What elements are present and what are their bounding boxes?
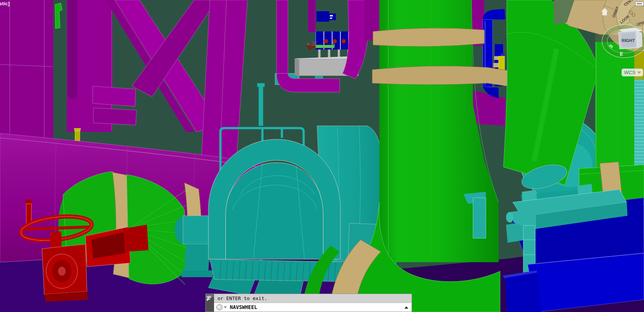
viewcube-side-face[interactable] [637,31,642,48]
ucs-selector[interactable]: WCS [622,69,643,76]
command-input-row[interactable]: NAVSWHEEL [214,303,412,312]
expand-history-icon[interactable] [404,306,408,309]
viewcube-face-label[interactable]: RIGHT [622,38,635,43]
command-icon[interactable] [216,304,223,311]
model-viewport-3d[interactable]: Z X [0,0,644,312]
command-rows: or ENTER to exit. NAVSWHEEL [214,294,412,312]
command-window-strip [206,294,214,312]
wrench-icon[interactable] [206,296,211,302]
command-history-line: or ENTER to exit. [214,294,412,303]
ucs-selector-label: WCS [624,70,635,75]
cad-application-window: Z X [0,0,644,312]
command-window: or ENTER to exit. NAVSWHEEL [206,294,412,312]
right-pump-skid [502,184,644,312]
command-dropdown-icon[interactable] [224,306,227,308]
chevron-down-icon[interactable] [637,72,641,74]
viewport-controls-label[interactable]: stic] [0,1,10,6]
command-input-value[interactable]: NAVSWHEEL [230,304,257,310]
